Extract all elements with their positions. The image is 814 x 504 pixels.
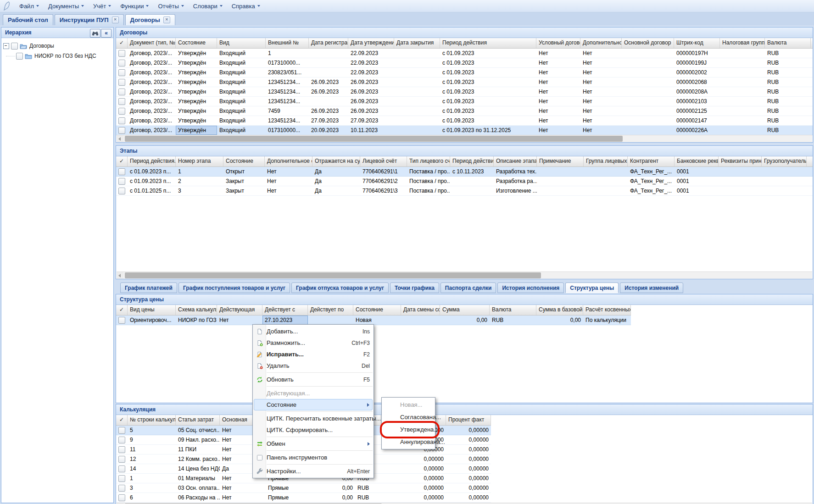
row-checkbox[interactable] [118,317,125,324]
column-header[interactable]: Дата утверждения [348,38,394,48]
column-header[interactable]: Состояние [223,156,265,166]
column-header[interactable]: Тип лицевого счёт [407,156,450,166]
menu-item-citk-recalc[interactable]: ЦИТК. Пересчитать косвенные затраты... [253,413,374,424]
column-header[interactable]: Вид [217,38,266,48]
detail-tab[interactable]: Точки графика [390,282,439,293]
row-checkbox[interactable] [118,127,125,134]
column-header[interactable]: Состояние [176,38,217,48]
row-checkbox[interactable] [118,437,125,443]
column-header[interactable]: Примечание [537,156,584,166]
table-row[interactable]: Ориентировоч...НИОКР по ГОЗ ...Нет27.10.… [116,316,631,325]
row-checkbox[interactable] [118,117,125,124]
tab-contracts[interactable]: Договоры [125,14,175,25]
column-header[interactable]: Группа лицевых с [584,156,628,166]
column-header[interactable]: Валюта [490,305,536,315]
table-row[interactable]: с 01.09.2023 п...2ЗакрытНетДа7706406291\… [116,177,813,186]
menu-item-duplicate[interactable]: Размножить...Ctrl+F3 [253,337,374,349]
column-header[interactable]: Действует с [262,305,308,315]
tab-desktop[interactable]: Рабочий стол [3,14,53,25]
select-all-column-header[interactable]: ✓ [116,415,128,425]
table-row[interactable]: Договор, 2023/...УтверждёнВходящий123451… [116,116,813,126]
column-header[interactable]: Дополнительное с [580,38,622,48]
row-checkbox[interactable] [118,456,125,463]
column-header[interactable]: Отражается на су [312,156,360,166]
column-header[interactable]: Грузополучатель [762,156,807,166]
table-row[interactable]: Договор, 2023/...УтверждёнВходящий123451… [116,87,813,97]
menu-item-exchange[interactable]: Обмен [253,438,374,449]
column-header[interactable]: Дополнительное с [265,156,312,166]
column-header[interactable]: Статья затрат [176,415,220,425]
column-header[interactable]: Состояние [353,305,401,315]
scroll-left-arrow-icon[interactable] [117,272,123,279]
table-row[interactable]: Договор, 2023/...УтверждёнВходящий017310… [116,126,813,135]
table-row[interactable]: Договор, 2023/...УтверждёнВходящий017310… [116,58,813,68]
row-checkbox[interactable] [118,188,125,194]
column-header[interactable]: Документ (тип, № [128,38,176,48]
row-checkbox[interactable] [118,465,125,472]
table-row[interactable]: 606 Расходы на ...НетПрямые0,00RUB0,0000… [116,493,491,503]
row-checkbox[interactable] [118,475,125,482]
row-checkbox[interactable] [118,89,125,95]
menu-item-citk-form[interactable]: ЦИТК. Сформировать... [253,424,374,436]
menu-item-delete[interactable]: УдалитьDel [253,360,374,371]
table-row[interactable]: Договор, 2023/...УтверждёнВходящий123451… [116,97,813,106]
menubar-item-1[interactable]: Файл [15,1,44,11]
menu-item-refresh[interactable]: ОбновитьF5 [253,374,374,385]
detail-tab[interactable]: График поступления товаров и услуг [178,282,290,293]
row-checkbox[interactable] [118,108,125,115]
column-header[interactable]: Процент факт [446,415,491,425]
menubar-item-3[interactable]: Учёт [89,1,116,11]
menu-item-status[interactable]: Состояние [254,399,373,410]
tab-instructions[interactable]: Инструкции ПУП [55,14,124,25]
row-checkbox[interactable] [118,98,125,105]
menubar-item-5[interactable]: Отчёты [153,1,188,11]
menubar-item-7[interactable]: Справка [227,1,265,11]
menubar-item-2[interactable]: Документы [44,1,89,11]
menu-item-toolbar[interactable]: Панель инструментов [253,452,374,463]
menu-item-current[interactable]: Действующая... [253,388,374,399]
row-checkbox[interactable] [118,485,125,492]
column-header[interactable]: Условный договор [536,38,580,48]
table-row[interactable]: Договор, 2023/...УтверждёнВходящий123451… [116,78,813,87]
column-header[interactable]: Действующая [217,305,262,315]
tree-checkbox[interactable] [11,43,18,50]
select-all-column-header[interactable]: ✓ [116,305,128,315]
column-header[interactable]: Дата смены состоя [401,305,440,315]
detail-tab[interactable]: История изменений [620,282,683,293]
select-all-column-header[interactable]: ✓ [116,38,128,48]
row-checkbox[interactable] [118,79,125,86]
scrollbar-thumb[interactable] [125,136,623,142]
close-icon[interactable] [163,17,170,23]
column-header[interactable]: Сумма [440,305,490,315]
row-checkbox[interactable] [118,446,125,453]
column-header[interactable]: Реквизиты принад [719,156,762,166]
column-header[interactable]: Период действия.. [128,156,176,166]
table-row[interactable]: с 01.01.2025 п...3ЗакрытНетДа7706406291\… [116,186,813,196]
tree-checkbox[interactable] [16,53,23,60]
close-icon[interactable] [112,17,119,23]
row-checkbox[interactable] [118,50,125,57]
search-icon[interactable] [90,29,100,38]
column-header[interactable]: Основной договор [622,38,674,48]
column-header[interactable]: Описание этапа [494,156,537,166]
column-header[interactable]: Расчёт косвенных [583,305,631,315]
column-header[interactable]: Налоговая группа. [720,38,765,48]
row-checkbox[interactable] [118,60,125,66]
row-checkbox[interactable] [118,168,125,175]
table-row[interactable]: Договор, 2023/...УтверждёнВходящий745926… [116,106,813,116]
detail-tab[interactable]: График отпуска товаров и услуг [291,282,389,293]
select-all-column-header[interactable]: ✓ [116,156,128,166]
table-row[interactable]: с 01.09.2023 п...1ОткрытНетДа7706406291\… [116,167,813,177]
column-header[interactable]: Номер этапа [176,156,223,166]
row-checkbox[interactable] [118,69,125,76]
table-row[interactable]: 303 Осн. оплата...НетПрямые0,00RUB0,0000… [116,483,491,493]
collapse-minus-icon[interactable] [3,43,9,49]
column-header[interactable]: Сумма в базовой в [536,305,583,315]
menubar-item-4[interactable]: Функции [116,1,153,11]
table-row[interactable]: Договор, 2023/...УтверждёнВходящий230823… [116,68,813,78]
column-header[interactable]: Банковские рекви [675,156,719,166]
row-checkbox[interactable] [118,494,125,501]
menubar-item-6[interactable]: Словари [189,1,227,11]
column-header[interactable]: Период действия [440,38,536,48]
column-header[interactable]: Вид цены [128,305,176,315]
